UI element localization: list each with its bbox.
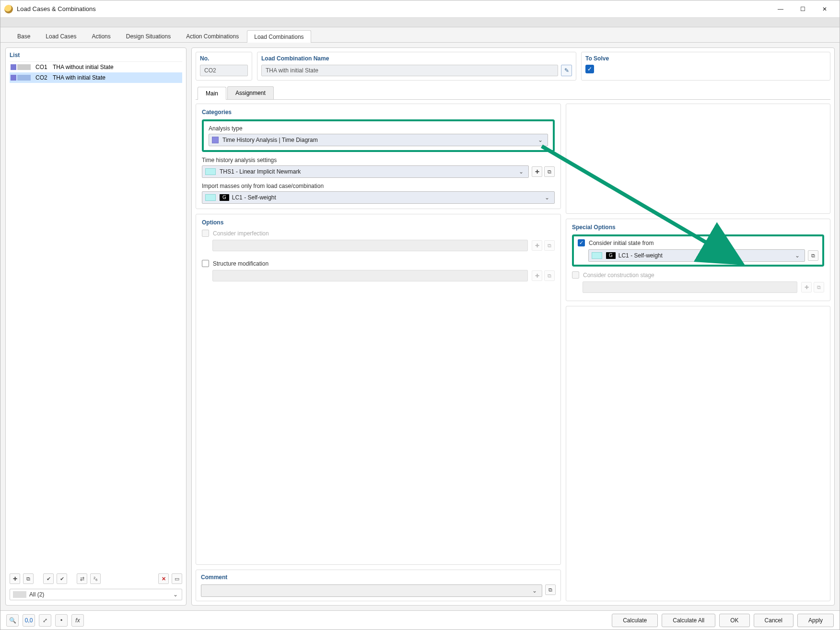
chevron-down-icon: ⌄ [517,168,525,175]
initial-state-label: Consider initial state from [589,240,653,246]
lower-empty-panel [566,306,830,601]
initial-state-combo[interactable]: G LC1 - Self-weight ⌄ [588,249,805,262]
calculate-button[interactable]: Calculate [612,614,658,627]
no-block: No. [196,52,252,81]
no-label: No. [200,55,248,62]
structmod-edit-button: ⧉ [544,270,555,281]
solve-block: To Solve ✓ [581,52,830,81]
to-solve-checkbox[interactable]: ✓ [585,65,594,73]
settings-new-button[interactable]: ✚ [532,166,542,177]
list-title: List [10,52,182,58]
special-title: Special Options [572,224,824,231]
construction-label: Consider construction stage [583,272,654,279]
comment-combo[interactable]: ⌄ [201,584,542,597]
structmod-checkbox[interactable] [202,260,209,267]
sub-tabstrip: Main Assignment [196,86,830,100]
initial-state-highlight: ✓ Consider initial state from G LC1 - Se… [572,234,824,267]
list-item-name: THA with initial State [53,74,105,81]
settings-edit-button[interactable]: ⧉ [544,166,555,177]
check2-button[interactable]: ✔ [57,573,67,584]
list-filter-combo[interactable]: All (2) ⌄ [10,589,182,600]
minimize-button[interactable]: — [770,2,792,16]
analysis-type-value: Time History Analysis | Time Diagram [222,137,536,143]
window-root: Load Cases & Combinations — ☐ ✕ Base Loa… [0,0,840,630]
masses-value: LC1 - Self-weight [232,194,543,201]
list-toolbar: ✚ ⧉ ✔ ✔ ⇄ ²₆ ✕ ▭ [10,571,182,587]
maximize-button[interactable]: ☐ [792,2,814,16]
options-group: Options Consider imperfection ✚ ⧉ [196,214,561,565]
analysis-type-highlight: Analysis type Time History Analysis | Ti… [202,119,555,152]
structmod-label: Structure modification [213,260,268,267]
tab-design-situations[interactable]: Design Situations [119,30,178,42]
delete-button[interactable]: ✕ [158,573,169,584]
check-button[interactable]: ✔ [43,573,54,584]
imperfection-edit-button: ⧉ [544,240,555,251]
main-grid: Categories Analysis type Time History An… [196,104,830,601]
tab-load-cases[interactable]: Load Cases [38,30,83,42]
units-icon[interactable]: 0,0 [23,614,35,627]
new-button[interactable]: ✚ [10,573,20,584]
comment-block: Comment ⌄ ⧉ [196,570,561,601]
subtab-assignment[interactable]: Assignment [227,86,274,99]
initial-state-edit-button[interactable]: ⧉ [808,250,818,261]
tab-actions[interactable]: Actions [84,30,117,42]
search-icon[interactable]: 🔍 [6,614,19,627]
right-detail-panel: No. Load Combination Name ✎ To Solve ✓ [191,47,835,606]
edit-name-button[interactable]: ✎ [561,65,572,76]
cancel-button[interactable]: Cancel [754,614,793,627]
color-swatch-icon [11,75,16,81]
masses-label: Import masses only from load case/combin… [202,183,555,189]
name-label: Load Combination Name [261,55,572,62]
purple-swatch-icon [212,137,219,143]
layout-button[interactable]: ▭ [172,573,182,584]
window-title: Load Cases & Combinations [17,5,770,12]
list-rows: CO1 THA without initial State CO2 THA wi… [10,61,182,571]
subtab-main[interactable]: Main [198,87,226,100]
construction-new-button: ✚ [801,282,812,292]
filter-swatch-icon [13,591,26,598]
chevron-down-icon: ⌄ [543,194,551,201]
comment-title: Comment [201,574,556,581]
imperfection-checkbox [202,230,209,237]
list-item-co: CO1 [35,64,53,70]
renumber-button[interactable]: ²₆ [90,573,101,584]
header-row: No. Load Combination Name ✎ To Solve ✓ [196,52,830,81]
no-field[interactable] [200,65,248,76]
construction-checkbox [572,271,579,279]
copy-button[interactable]: ⧉ [23,573,34,584]
settings-value: THS1 - Linear Implicit Newmark [220,168,517,175]
initial-state-value: LC1 - Self-weight [618,252,793,259]
dot-icon[interactable]: • [55,614,68,627]
name-field[interactable] [261,65,558,76]
comment-edit-button[interactable]: ⧉ [545,584,556,595]
settings-combo[interactable]: THS1 - Linear Implicit Newmark ⌄ [202,165,529,178]
chevron-down-icon: ⌄ [169,591,182,598]
cyan-swatch-icon [205,194,216,201]
menu-placeholder [0,18,840,27]
ok-button[interactable]: OK [719,614,749,627]
list-item[interactable]: CO1 THA without initial State [10,62,182,72]
settings-label: Time history analysis settings [202,157,555,163]
tab-load-combinations[interactable]: Load Combinations [247,30,311,43]
fx-icon[interactable]: fx [71,614,84,627]
color-swatch-icon [11,64,16,70]
calculate-all-button[interactable]: Calculate All [662,614,715,627]
coord-icon[interactable]: ⤢ [39,614,51,627]
analysis-type-combo[interactable]: Time History Analysis | Time Diagram ⌄ [209,134,548,146]
swap-button[interactable]: ⇄ [77,573,87,584]
analysis-type-label: Analysis type [209,125,548,132]
categories-title: Categories [202,109,555,116]
tab-base[interactable]: Base [10,30,37,42]
initial-state-checkbox[interactable]: ✓ [578,239,585,246]
apply-button[interactable]: Apply [797,614,834,627]
filter-text: All (2) [29,591,169,598]
left-column: Categories Analysis type Time History An… [196,104,561,601]
tab-action-combinations[interactable]: Action Combinations [179,30,246,42]
construction-combo [583,281,797,293]
imperfection-label: Consider imperfection [213,230,269,237]
masses-combo[interactable]: G LC1 - Self-weight ⌄ [202,191,555,204]
imperfection-combo [212,240,528,251]
close-button[interactable]: ✕ [814,2,836,16]
list-item[interactable]: CO2 THA with initial State [10,72,182,83]
imperfection-new-button: ✚ [532,240,542,251]
